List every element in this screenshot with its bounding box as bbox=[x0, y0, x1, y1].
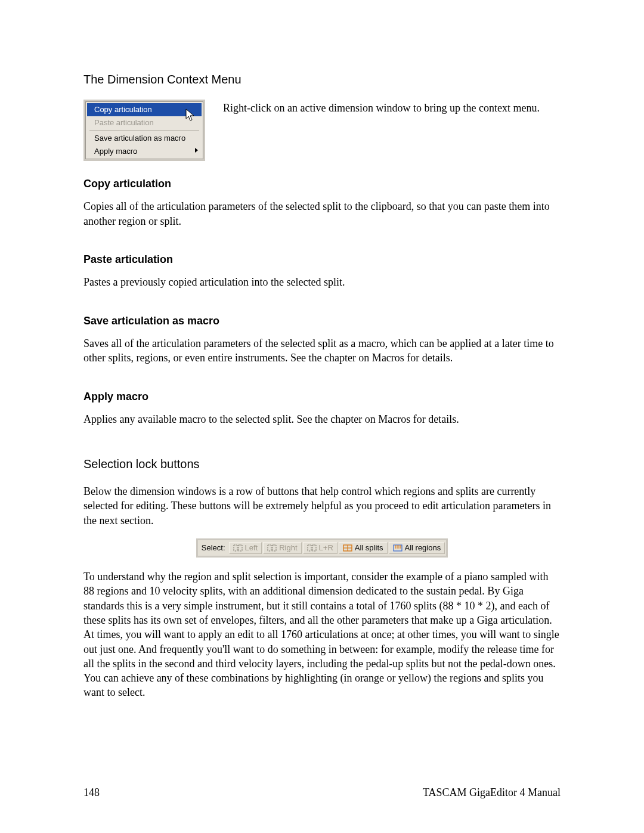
svg-rect-0 bbox=[234, 545, 237, 551]
context-menu-item-save-macro[interactable]: Save articulation as macro bbox=[87, 132, 202, 145]
heading-save-macro: Save articulation as macro bbox=[83, 314, 561, 328]
all-splits-button[interactable]: All splits bbox=[339, 542, 388, 554]
document-page: The Dimension Context Menu Copy articula… bbox=[0, 0, 644, 833]
svg-rect-2 bbox=[268, 545, 271, 551]
right-button[interactable]: Right bbox=[263, 542, 301, 554]
heading-copy-articulation: Copy articulation bbox=[83, 176, 561, 191]
left-button-label: Left bbox=[245, 543, 258, 553]
context-menu[interactable]: Copy articulation Paste articulation Sav… bbox=[83, 100, 205, 161]
stereo-right-icon bbox=[267, 544, 277, 552]
context-menu-item-apply-macro[interactable]: Apply macro bbox=[87, 145, 202, 158]
heading-apply-macro: Apply macro bbox=[83, 389, 561, 404]
heading-selection-lock: Selection lock buttons bbox=[83, 456, 561, 472]
context-menu-separator bbox=[89, 130, 199, 131]
keyboard-icon bbox=[393, 544, 402, 552]
lr-button-label: L+R bbox=[319, 543, 333, 553]
selection-lock-intro: Below the dimension windows is a row of … bbox=[83, 484, 561, 528]
apply-macro-description: Applies any available macro to the selec… bbox=[83, 412, 561, 426]
svg-rect-3 bbox=[273, 545, 276, 551]
context-menu-row: Copy articulation Paste articulation Sav… bbox=[83, 100, 561, 161]
copy-articulation-description: Copies all of the articulation parameter… bbox=[83, 199, 561, 228]
selection-lock-bar: Select: Left Right L+R bbox=[196, 538, 448, 558]
all-splits-button-label: All splits bbox=[355, 543, 383, 553]
all-regions-button-label: All regions bbox=[405, 543, 441, 553]
right-button-label: Right bbox=[279, 543, 297, 553]
heading-dimension-context-menu: The Dimension Context Menu bbox=[83, 72, 561, 88]
page-footer: 148 TASCAM GigaEditor 4 Manual bbox=[83, 785, 561, 800]
stereo-left-icon bbox=[233, 544, 243, 552]
svg-rect-5 bbox=[312, 545, 316, 551]
heading-paste-articulation: Paste articulation bbox=[83, 252, 561, 267]
left-button[interactable]: Left bbox=[229, 542, 262, 554]
page-number: 148 bbox=[83, 785, 100, 800]
grid-icon bbox=[343, 544, 352, 552]
manual-title: TASCAM GigaEditor 4 Manual bbox=[423, 785, 561, 800]
context-menu-intro-text: Right-click on an active dimension windo… bbox=[223, 101, 540, 115]
selection-lock-details: To understand why the region and split s… bbox=[83, 569, 561, 700]
paste-articulation-description: Pastes a previously copied articulation … bbox=[83, 275, 561, 289]
cursor-icon bbox=[185, 109, 196, 123]
stereo-lr-icon bbox=[307, 544, 317, 552]
all-regions-button[interactable]: All regions bbox=[389, 542, 445, 554]
lr-button[interactable]: L+R bbox=[303, 542, 338, 554]
svg-rect-1 bbox=[239, 545, 242, 551]
save-macro-description: Saves all of the articulation parameters… bbox=[83, 336, 561, 366]
select-label: Select: bbox=[198, 543, 229, 553]
selection-lock-bar-wrap: Select: Left Right L+R bbox=[83, 538, 561, 558]
svg-rect-4 bbox=[308, 545, 311, 551]
